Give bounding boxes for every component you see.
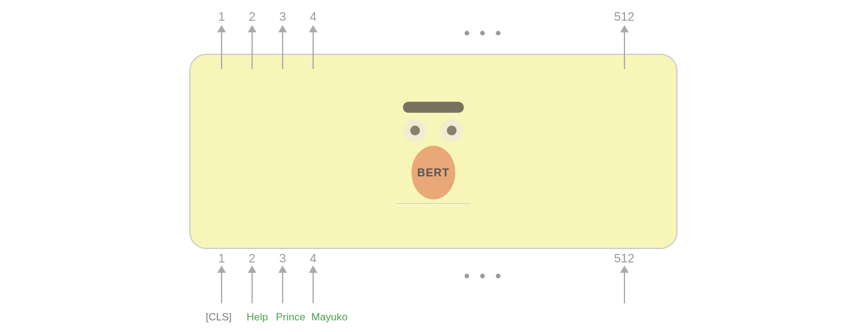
bert-eyebrow xyxy=(403,102,464,113)
top-arrow-1-shaft xyxy=(221,32,222,69)
diagram-scene: BERT 1 2 3 4 • • • 512 xyxy=(0,0,868,332)
bert-face: BERT xyxy=(397,102,470,187)
bottom-arrow-2-shaft xyxy=(251,273,253,303)
top-arrow-4: 4 xyxy=(309,10,317,69)
top-arrow-2-head xyxy=(248,25,256,32)
top-arrow-512-head xyxy=(620,25,629,32)
top-arrow-512-label: 512 xyxy=(614,10,634,24)
bert-separator-line xyxy=(397,203,470,204)
bottom-arrow-4: 4 xyxy=(309,249,317,303)
token-mayuko: Mayuko xyxy=(311,311,348,323)
top-arrow-3-label: 3 xyxy=(279,10,286,24)
top-dots: • • • xyxy=(464,23,504,43)
bottom-dots: • • • xyxy=(464,266,504,286)
top-arrow-512-shaft xyxy=(624,32,625,69)
top-arrow-4-shaft xyxy=(313,32,314,69)
bottom-arrow-2: 2 xyxy=(248,249,256,303)
bert-eyes xyxy=(397,119,470,142)
top-arrow-4-head xyxy=(309,25,317,32)
bottom-arrow-3-shaft xyxy=(282,273,283,303)
top-arrow-3-shaft xyxy=(282,32,283,69)
bottom-arrow-4-head xyxy=(309,265,317,273)
bert-eye-right xyxy=(440,119,463,142)
bottom-arrow-512: 512 xyxy=(614,249,634,303)
bottom-arrow-1-head xyxy=(217,265,226,273)
bottom-arrow-512-label: 512 xyxy=(614,251,634,265)
bottom-arrow-4-label: 4 xyxy=(309,251,316,265)
bottom-arrow-2-label: 2 xyxy=(248,251,255,265)
bert-pupil-left xyxy=(410,126,420,135)
bottom-arrow-4-shaft xyxy=(313,273,314,303)
top-arrow-4-label: 4 xyxy=(309,10,316,24)
bert-nose: BERT xyxy=(411,146,455,200)
top-arrow-1-label: 1 xyxy=(218,10,225,24)
bert-eye-left xyxy=(403,119,427,142)
top-arrow-1-head xyxy=(217,25,226,32)
bottom-arrow-3-head xyxy=(278,265,287,273)
top-arrow-3: 3 xyxy=(278,10,287,69)
top-arrow-512: 512 xyxy=(614,10,634,69)
top-arrow-2: 2 xyxy=(248,10,256,69)
bert-box: BERT xyxy=(189,54,678,249)
top-arrow-3-head xyxy=(278,25,287,32)
bottom-arrow-2-head xyxy=(248,265,256,273)
bert-text-label: BERT xyxy=(418,166,450,179)
bert-pupil-right xyxy=(447,126,457,135)
token-cls: [CLS] xyxy=(206,311,232,323)
bottom-arrow-512-head xyxy=(620,265,629,273)
token-prince: Prince xyxy=(276,311,305,323)
bottom-arrow-1-label: 1 xyxy=(218,251,225,265)
top-arrow-1: 1 xyxy=(217,10,226,69)
top-arrow-2-shaft xyxy=(251,32,253,69)
bottom-arrow-3-label: 3 xyxy=(279,251,286,265)
bottom-arrow-1-shaft xyxy=(221,273,222,303)
bottom-arrow-3: 3 xyxy=(278,249,287,303)
bottom-arrow-512-shaft xyxy=(624,273,625,303)
bottom-arrow-1: 1 xyxy=(217,249,226,303)
top-arrow-2-label: 2 xyxy=(248,10,255,24)
token-help: Help xyxy=(247,311,268,323)
